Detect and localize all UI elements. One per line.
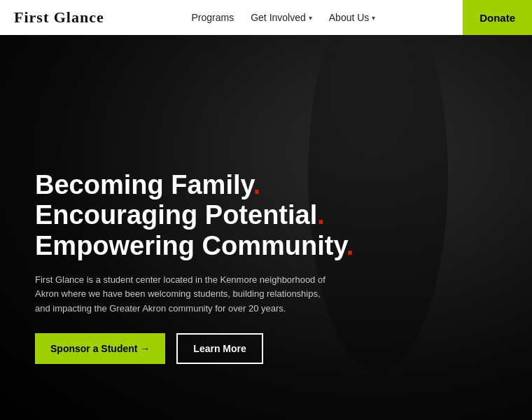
hero-cta-buttons: Sponsor a Student → Learn More bbox=[35, 333, 354, 364]
nav-item-get-involved[interactable]: Get Involved ▾ bbox=[251, 12, 312, 23]
sponsor-student-button[interactable]: Sponsor a Student → bbox=[35, 333, 165, 364]
hero-content: Becoming Family. Encouraging Potential. … bbox=[35, 170, 354, 364]
headline-line-1: Becoming Family bbox=[35, 170, 253, 200]
headline-line-2: Encouraging Potential bbox=[35, 200, 317, 230]
site-logo[interactable]: First Glance bbox=[14, 8, 104, 27]
main-nav: Programs Get Involved ▾ About Us ▾ bbox=[191, 12, 375, 23]
hero-section: Becoming Family. Encouraging Potential. … bbox=[0, 35, 532, 420]
dot-2: . bbox=[317, 200, 325, 230]
donate-button[interactable]: Donate bbox=[463, 0, 532, 35]
chevron-down-icon: ▾ bbox=[372, 14, 375, 22]
dot-1: . bbox=[253, 170, 261, 200]
nav-item-programs[interactable]: Programs bbox=[191, 12, 234, 23]
headline-line-3: Empowering Community bbox=[35, 231, 346, 260]
hero-headline: Becoming Family. Encouraging Potential. … bbox=[35, 170, 354, 262]
dot-3: . bbox=[346, 231, 354, 260]
hero-description: First Glance is a student center located… bbox=[35, 273, 329, 316]
nav-item-about-us[interactable]: About Us ▾ bbox=[329, 12, 376, 23]
site-header: First Glance Programs Get Involved ▾ Abo… bbox=[0, 0, 532, 35]
chevron-down-icon: ▾ bbox=[309, 14, 312, 22]
learn-more-button[interactable]: Learn More bbox=[176, 333, 262, 364]
